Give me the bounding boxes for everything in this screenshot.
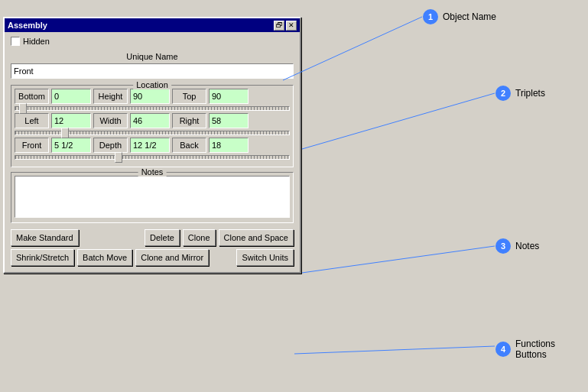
clone-and-mirror-button[interactable]: Clone and Mirror: [135, 249, 209, 266]
unique-name-input[interactable]: [11, 63, 294, 79]
window-title: Assembly: [8, 21, 47, 30]
batch-move-button[interactable]: Batch Move: [77, 249, 132, 266]
front-input[interactable]: [51, 138, 91, 153]
top-input[interactable]: [209, 89, 249, 104]
slider-thumb-3[interactable]: [115, 152, 122, 163]
callout-1: 1 Object Name: [423, 9, 496, 24]
top-label: Top: [172, 89, 206, 104]
title-bar-buttons: 🗗 ✕: [274, 21, 297, 31]
left-input[interactable]: [51, 113, 91, 128]
hidden-row: Hidden: [11, 37, 294, 46]
depth-input[interactable]: [130, 138, 170, 153]
slider-row-3: [15, 155, 290, 160]
svg-line-2: [302, 246, 495, 273]
callout-2: 2 Triplets: [495, 86, 545, 101]
depth-label: Depth: [93, 138, 128, 153]
window-body: Hidden Unique Name Location Bottom Heigh…: [5, 32, 300, 272]
callout-circle-2: 2: [495, 86, 511, 101]
right-input[interactable]: [209, 113, 249, 128]
callout-label-4: Functions Buttons: [515, 339, 588, 360]
callout-circle-3: 3: [495, 238, 511, 254]
title-bar: Assembly 🗗 ✕: [5, 18, 300, 32]
height-input[interactable]: [130, 89, 170, 104]
close-button[interactable]: ✕: [286, 21, 297, 31]
height-label: Height: [93, 89, 128, 104]
buttons-row-1: Make Standard Delete Clone Clone and Spa…: [11, 229, 294, 246]
back-label: Back: [172, 138, 206, 153]
slider-row-1: [15, 106, 290, 111]
delete-button[interactable]: Delete: [145, 229, 180, 246]
slider-thumb-2[interactable]: [61, 128, 69, 138]
back-input[interactable]: [209, 138, 249, 153]
callout-3: 3 Notes: [495, 238, 539, 254]
notes-group: Notes: [11, 172, 294, 223]
slider-row-2: [15, 131, 290, 135]
make-standard-button[interactable]: Make Standard: [11, 229, 79, 246]
width-input[interactable]: [130, 113, 170, 128]
unique-name-label: Unique Name: [11, 52, 294, 61]
hidden-label: Hidden: [23, 37, 50, 46]
bottom-input[interactable]: [51, 89, 91, 104]
switch-units-button[interactable]: Switch Units: [236, 249, 294, 266]
callout-label-3: Notes: [515, 241, 539, 251]
bottom-label: Bottom: [15, 89, 49, 104]
callout-circle-4: 4: [495, 342, 511, 357]
callout-circle-1: 1: [423, 9, 438, 24]
svg-line-3: [294, 346, 495, 354]
location-legend: Location: [133, 80, 171, 89]
front-label: Front: [15, 138, 49, 153]
right-label: Right: [172, 113, 206, 128]
svg-line-0: [283, 17, 422, 80]
clone-and-space-button[interactable]: Clone and Space: [219, 229, 294, 246]
callout-4: 4 Functions Buttons: [495, 339, 588, 360]
assembly-window: Assembly 🗗 ✕ Hidden Unique Name Location…: [3, 17, 301, 274]
slider-track-2[interactable]: [15, 131, 290, 135]
slider-track-1[interactable]: [15, 106, 290, 111]
triplet-row-2: Left Width Right: [15, 113, 290, 128]
clone-button[interactable]: Clone: [183, 229, 216, 246]
notes-textarea[interactable]: [15, 176, 290, 218]
notes-legend: Notes: [138, 167, 167, 177]
left-label: Left: [15, 113, 49, 128]
buttons-row-2: Shrink/Stretch Batch Move Clone and Mirr…: [11, 249, 294, 266]
location-group: Location Bottom Height Top Left Widt: [11, 85, 294, 167]
slider-thumb-1[interactable]: [19, 103, 27, 114]
width-label: Width: [93, 113, 128, 128]
triplet-row-1: Bottom Height Top: [15, 89, 290, 104]
svg-line-1: [302, 93, 495, 149]
callout-label-2: Triplets: [515, 88, 545, 99]
triplet-row-3: Front Depth Back: [15, 138, 290, 153]
slider-track-3[interactable]: [15, 155, 290, 160]
restore-button[interactable]: 🗗: [274, 21, 284, 31]
callout-label-1: Object Name: [443, 11, 496, 22]
shrink-stretch-button[interactable]: Shrink/Stretch: [11, 249, 74, 266]
hidden-checkbox[interactable]: [11, 37, 20, 46]
